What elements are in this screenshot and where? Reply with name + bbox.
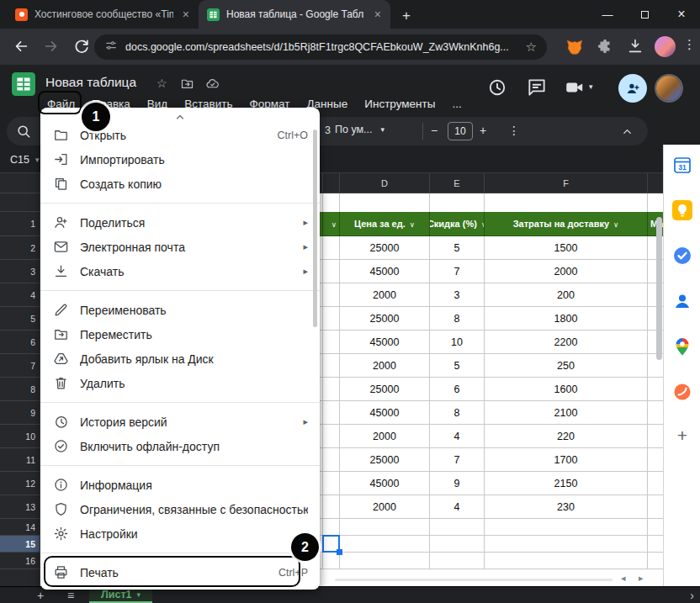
search-icon[interactable] [15,123,32,143]
header-cell-discount[interactable]: Скидка (%)∨ [430,212,485,236]
grid-cell[interactable] [340,553,430,569]
new-tab-button[interactable]: + [402,8,411,23]
keep-icon[interactable] [672,200,692,220]
grid-cell[interactable]: 2000 [340,425,430,448]
grid-cell[interactable] [323,519,340,536]
grid-cell[interactable]: 4 [430,495,485,519]
menu-item-make-copy[interactable]: Создать копию [40,172,320,196]
grid-cell[interactable]: 2000 [485,260,648,283]
grid-cell[interactable] [323,331,340,354]
selection-fill-handle[interactable] [337,549,342,555]
grid-cell[interactable] [323,354,340,378]
grid-cell[interactable] [648,425,663,448]
menu-item-version-history[interactable]: История версий▸ [40,410,320,434]
contacts-icon[interactable] [672,291,692,311]
grid-cell[interactable]: ∨ [323,212,340,236]
reload-button[interactable] [72,37,91,56]
name-box-caret-icon[interactable]: ▾ [35,156,40,164]
grid-cell[interactable] [485,193,648,212]
grid-cell[interactable] [430,536,485,553]
row-header-16[interactable]: 16 [0,553,40,569]
grid-cell[interactable] [648,553,663,569]
menu-item-open[interactable]: ОткрытьCtrl+O [40,123,320,147]
menu-item-settings[interactable]: Настройки [40,521,320,546]
extensions-puzzle-icon[interactable] [596,38,614,56]
site-settings-icon[interactable] [104,39,118,56]
menu-item-move[interactable]: Переместить [40,322,320,346]
grid-cell[interactable] [648,193,663,212]
account-avatar[interactable] [656,76,681,101]
browser-tab-hosting[interactable]: Хостинговое сообщество «Tim × [7,0,199,29]
filter-chevron-icon[interactable]: ∨ [331,220,337,229]
grid-cell[interactable] [340,519,430,536]
grid-cell[interactable] [648,495,663,519]
grid-cell[interactable]: 1500 [485,236,648,260]
menubar-item-6[interactable]: Инструменты [356,93,443,114]
star-document-icon[interactable]: ☆ [156,77,171,91]
version-history-icon[interactable] [486,77,508,98]
tasks-icon[interactable] [672,246,692,266]
grid-cell[interactable]: 2200 [485,331,648,354]
add-addon-button[interactable]: + [672,426,692,446]
grid-cell[interactable] [323,236,340,260]
row-header-6[interactable]: 6 [0,331,40,354]
grid-cell[interactable] [430,519,485,536]
grid-cell[interactable] [323,401,340,425]
grid-cell[interactable] [648,472,663,495]
row-header-9[interactable]: 9 [0,401,40,425]
column-header-C[interactable] [323,173,340,193]
font-family-dropdown[interactable]: По ум... ▾ [335,124,416,135]
extension-fox-icon[interactable] [565,38,584,56]
hide-menus-chevron-icon[interactable] [621,125,634,141]
grid-cell[interactable]: 10 [430,331,485,354]
column-header-D[interactable]: D [340,173,430,193]
cloud-status-icon[interactable] [205,77,220,91]
meet-caret-icon[interactable]: ▾ [589,82,593,91]
row-header-3[interactable]: 3 [0,260,40,283]
grid-cell[interactable] [323,495,340,519]
add-sheet-button[interactable]: + [37,587,44,603]
grid-cell[interactable]: 8 [430,307,485,331]
grid-cell[interactable]: 45000 [340,260,430,283]
menu-item-share[interactable]: Поделиться▸ [40,210,320,235]
row-header-8[interactable]: 8 [0,378,40,401]
sheets-logo-icon[interactable] [12,72,35,96]
grid-cell[interactable] [340,536,430,553]
header-cell-shipping[interactable]: Затраты на доставку∨ [485,212,648,236]
horizontal-scrollbar-track[interactable] [335,579,612,581]
bookmark-star-icon[interactable]: ☆ [526,40,537,55]
grid-cell[interactable]: 45000 [340,331,430,354]
tab-close-icon[interactable]: × [372,8,384,21]
grid-cell[interactable] [648,519,663,536]
filter-chevron-icon[interactable]: ∨ [410,220,415,229]
grid-cell[interactable]: 5 [430,236,485,260]
grid-cell[interactable] [648,401,663,425]
grid-cell[interactable]: 3 [430,283,485,307]
grid-cell[interactable]: 250 [485,354,648,378]
grid-cell[interactable] [485,553,648,569]
menu-item-offline[interactable]: Включить офлайн-доступ [40,434,320,458]
scroll-left-icon[interactable]: ◂ [621,573,626,584]
share-button[interactable] [618,74,647,103]
forward-button[interactable] [42,37,61,56]
menu-scroll-up-icon[interactable] [174,110,186,120]
grid-cell[interactable] [485,536,648,553]
grid-cell[interactable] [340,193,430,212]
close-window-button[interactable]: × [663,7,700,22]
scroll-right-icon[interactable]: ▸ [639,573,644,584]
grid-cell[interactable] [430,553,485,569]
number-format-fragment[interactable]: 3 [325,124,331,136]
browser-tab-sheets[interactable]: Новая таблица - Google Табл × [199,0,390,29]
grid-cell[interactable] [323,193,340,212]
decrease-font-button[interactable]: − [431,124,438,137]
column-header-F[interactable]: F [485,173,648,193]
row-header[interactable] [0,193,40,212]
filter-chevron-icon[interactable]: ∨ [613,220,618,229]
document-title[interactable]: Новая таблица [45,75,136,90]
menu-scrollbar-thumb[interactable] [313,130,317,327]
row-header-2[interactable]: 2 [0,236,40,260]
row-header-4[interactable]: 4 [0,283,40,307]
menu-item-drive-shortcut[interactable]: Добавить ярлык на Диск [40,346,320,371]
grid-cell[interactable]: 25000 [340,307,430,331]
browser-menu-icon[interactable]: ⋮ [683,37,696,52]
